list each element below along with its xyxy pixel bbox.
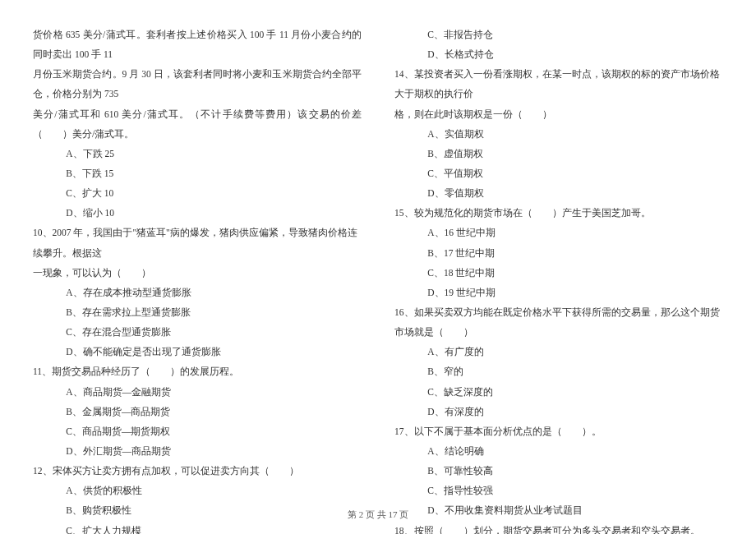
q11-opt-c: C、商品期货—期货期权 bbox=[33, 421, 362, 441]
q10-opt-d: D、确不能确定是否出现了通货膨胀 bbox=[33, 342, 362, 361]
q15-opt-b: B、17 世纪中期 bbox=[394, 243, 723, 263]
q14-opt-d: D、零值期权 bbox=[394, 183, 723, 203]
q14-text: 14、某投资者买入一份看涨期权，在某一时点，该期权的标的资产市场价格大于期权的执… bbox=[394, 64, 723, 104]
q13-opt-d: D、长格式持仓 bbox=[394, 44, 723, 64]
q9-opt-d: D、缩小 10 bbox=[33, 203, 362, 223]
q9-opt-b: B、下跌 15 bbox=[33, 163, 362, 183]
q10-opt-c: C、存在混合型通货膨胀 bbox=[33, 322, 362, 342]
q17-text: 17、以下不属于基本面分析优点的是（ ）。 bbox=[394, 421, 723, 441]
q11-text: 11、期货交易品种经历了（ ）的发展历程。 bbox=[33, 361, 362, 381]
q12-text: 12、宋体买方让卖方拥有点加权，可以促进卖方向其（ ） bbox=[33, 461, 362, 481]
q14-opt-a: A、实值期权 bbox=[394, 124, 723, 144]
q16-opt-c: C、缺乏深度的 bbox=[394, 382, 723, 402]
q16-opt-a: A、有广度的 bbox=[394, 342, 723, 361]
q16-text: 16、如果买卖双方均能在既定价格水平下获得所需的交易量，那么这个期货市场就是（ … bbox=[394, 302, 723, 342]
q15-text: 15、较为规范化的期货市场在（ ）产生于美国芝加哥。 bbox=[394, 203, 723, 223]
q9-opt-a: A、下跌 25 bbox=[33, 144, 362, 163]
q10-opt-b: B、存在需求拉上型通货膨胀 bbox=[33, 302, 362, 322]
q14-opt-b: B、虚值期权 bbox=[394, 144, 723, 163]
q12-opt-a: A、供货的积极性 bbox=[33, 481, 362, 500]
q13-opt-c: C、非报告持仓 bbox=[394, 25, 723, 44]
q14-opt-c: C、平值期权 bbox=[394, 163, 723, 183]
right-column: C、非报告持仓 D、长格式持仓 14、某投资者买入一份看涨期权，在某一时点，该期… bbox=[394, 25, 723, 534]
q10-opt-a: A、存在成本推动型通货膨胀 bbox=[33, 283, 362, 302]
q15-opt-a: A、16 世纪中期 bbox=[394, 223, 723, 242]
q14-text-b: 格，则在此时该期权是一份（ ） bbox=[394, 104, 723, 124]
q9-intro-line2: 月份玉米期货合约。9 月 30 日，该套利者同时将小麦和玉米期货合约全部平仓，价… bbox=[33, 64, 362, 104]
q11-opt-a: A、商品期货—金融期货 bbox=[33, 382, 362, 402]
q9-intro-line1: 货价格 635 美分/蒲式耳。套利者按上述价格买入 100 手 11 月份小麦合… bbox=[33, 25, 362, 64]
q10-text-b: 一现象，可以认为（ ） bbox=[33, 263, 362, 283]
q15-opt-d: D、19 世纪中期 bbox=[394, 283, 723, 302]
page-footer: 第 2 页 共 17 页 bbox=[0, 505, 756, 524]
q16-opt-d: D、有深度的 bbox=[394, 402, 723, 421]
left-column: 货价格 635 美分/蒲式耳。套利者按上述价格买入 100 手 11 月份小麦合… bbox=[33, 25, 362, 534]
q17-opt-c: C、指导性较强 bbox=[394, 481, 723, 500]
q11-opt-d: D、外汇期货—商品期货 bbox=[33, 441, 362, 461]
q17-opt-a: A、结论明确 bbox=[394, 441, 723, 461]
q16-opt-b: B、窄的 bbox=[394, 361, 723, 381]
q10-text: 10、2007 年，我国由于"猪蓝耳"病的爆发，猪肉供应偏紧，导致猪肉价格连续攀… bbox=[33, 223, 362, 262]
q15-opt-c: C、18 世纪中期 bbox=[394, 263, 723, 283]
q11-opt-b: B、金属期货—商品期货 bbox=[33, 402, 362, 421]
q17-opt-b: B、可靠性较高 bbox=[394, 461, 723, 481]
q9-intro-line3: 美分/蒲式耳和 610 美分/蒲式耳。（不计手续费等费用）该交易的价差（ ）美分… bbox=[33, 104, 362, 144]
q9-opt-c: C、扩大 10 bbox=[33, 183, 362, 203]
